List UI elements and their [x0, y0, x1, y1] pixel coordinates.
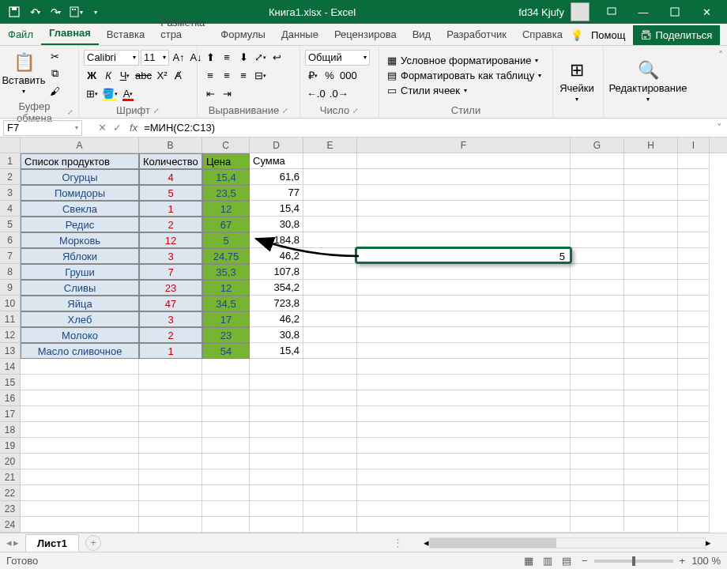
cell[interactable] — [357, 517, 571, 533]
cell[interactable] — [357, 485, 571, 501]
cell[interactable]: 184,8 — [250, 232, 303, 248]
cell[interactable] — [139, 517, 202, 533]
row-header[interactable]: 24 — [0, 517, 21, 533]
cell[interactable] — [571, 343, 624, 359]
row-header[interactable]: 5 — [0, 217, 21, 232]
cell[interactable] — [678, 406, 710, 422]
qat-more-icon[interactable]: ▾ — [66, 2, 85, 21]
cell[interactable] — [624, 232, 678, 248]
underline-button[interactable]: Ч▾ — [117, 68, 133, 84]
cancel-formula-icon[interactable]: ✕ — [98, 122, 107, 134]
cell[interactable] — [139, 375, 202, 390]
cell[interactable] — [250, 406, 303, 422]
tab-data[interactable]: Данные — [273, 24, 326, 45]
row-header[interactable]: 19 — [0, 438, 21, 454]
cell[interactable] — [357, 232, 571, 248]
cell[interactable]: Яйца — [21, 296, 139, 311]
cell[interactable] — [678, 153, 710, 169]
cell[interactable] — [624, 280, 678, 296]
cell[interactable]: 3 — [139, 311, 202, 327]
qat-customize-icon[interactable]: ▾ — [87, 2, 106, 21]
decrease-decimal-icon[interactable]: .0→ — [328, 86, 350, 102]
column-header[interactable]: D — [250, 138, 303, 153]
cell[interactable] — [571, 232, 624, 248]
cell[interactable]: 17 — [202, 311, 250, 327]
cell[interactable] — [357, 422, 571, 438]
cell[interactable]: 5 — [202, 232, 250, 248]
cell[interactable]: Груши — [21, 264, 139, 280]
sheet-nav-next-icon[interactable]: ▸ — [13, 537, 19, 548]
cell[interactable] — [678, 327, 710, 343]
cell[interactable] — [624, 311, 678, 327]
cell[interactable] — [357, 375, 571, 390]
cell[interactable] — [678, 248, 710, 264]
cells-button[interactable]: ⊞Ячейки▾ — [558, 56, 596, 107]
row-header[interactable]: 9 — [0, 280, 21, 296]
cell[interactable] — [357, 217, 571, 232]
cell[interactable] — [624, 185, 678, 201]
cell[interactable] — [303, 280, 357, 296]
italic-button[interactable]: К — [100, 68, 116, 84]
scroll-right-icon[interactable]: ▸ — [706, 537, 711, 548]
cell[interactable] — [678, 169, 710, 185]
cell[interactable] — [303, 248, 357, 264]
cell[interactable]: Цена — [202, 153, 250, 169]
dialog-launcher-icon[interactable]: ⤢ — [352, 107, 359, 115]
paste-button[interactable]: 📋Вставить▾ — [5, 48, 43, 99]
cell[interactable] — [678, 469, 710, 485]
cell[interactable] — [357, 280, 571, 296]
cell[interactable] — [678, 232, 710, 248]
cell[interactable] — [571, 485, 624, 501]
cell[interactable] — [678, 501, 710, 517]
tab-insert[interactable]: Вставка — [99, 24, 153, 45]
cell[interactable] — [678, 343, 710, 359]
tab-view[interactable]: Вид — [405, 24, 439, 45]
strike-button[interactable]: abc — [134, 68, 153, 84]
cell[interactable] — [571, 422, 624, 438]
row-header[interactable]: 8 — [0, 264, 21, 280]
cell[interactable] — [21, 454, 139, 469]
cell[interactable] — [624, 201, 678, 217]
cell[interactable] — [303, 406, 357, 422]
cell[interactable] — [250, 359, 303, 375]
cell[interactable]: 24,75 — [202, 248, 250, 264]
cell[interactable] — [303, 422, 357, 438]
cell[interactable]: 30,8 — [250, 327, 303, 343]
cell[interactable] — [303, 501, 357, 517]
cell[interactable] — [624, 296, 678, 311]
cell[interactable] — [21, 359, 139, 375]
cell[interactable] — [139, 406, 202, 422]
select-all-corner[interactable] — [0, 138, 21, 153]
cell[interactable]: Редис — [21, 217, 139, 232]
cell[interactable] — [202, 469, 250, 485]
cell[interactable] — [571, 169, 624, 185]
conditional-formatting-button[interactable]: ▦Условное форматирование▾ — [384, 54, 544, 67]
cell[interactable]: 12 — [202, 201, 250, 217]
cell[interactable] — [202, 501, 250, 517]
cell[interactable] — [202, 375, 250, 390]
cell[interactable] — [139, 501, 202, 517]
cut-icon[interactable]: ✂ — [46, 48, 63, 64]
cell[interactable] — [202, 517, 250, 533]
close-icon[interactable]: ✕ — [691, 0, 722, 24]
cell[interactable]: 23,5 — [202, 185, 250, 201]
tab-layout[interactable]: Разметка стра — [153, 12, 213, 45]
cell[interactable] — [139, 438, 202, 454]
cell[interactable] — [571, 406, 624, 422]
row-header[interactable]: 4 — [0, 201, 21, 217]
cell[interactable]: 4 — [139, 169, 202, 185]
column-header[interactable]: C — [202, 138, 250, 153]
cell[interactable] — [357, 264, 571, 280]
cell[interactable] — [21, 422, 139, 438]
cell[interactable] — [678, 517, 710, 533]
fx-icon[interactable]: fx — [130, 122, 137, 134]
expand-formula-bar-icon[interactable]: ˅ — [712, 122, 727, 134]
cell[interactable] — [139, 422, 202, 438]
cell[interactable] — [678, 201, 710, 217]
cell[interactable] — [139, 359, 202, 375]
cell[interactable] — [303, 517, 357, 533]
cell[interactable] — [202, 422, 250, 438]
comma-icon[interactable]: 000 — [338, 68, 359, 84]
cell[interactable]: 107,8 — [250, 264, 303, 280]
cell[interactable] — [624, 264, 678, 280]
